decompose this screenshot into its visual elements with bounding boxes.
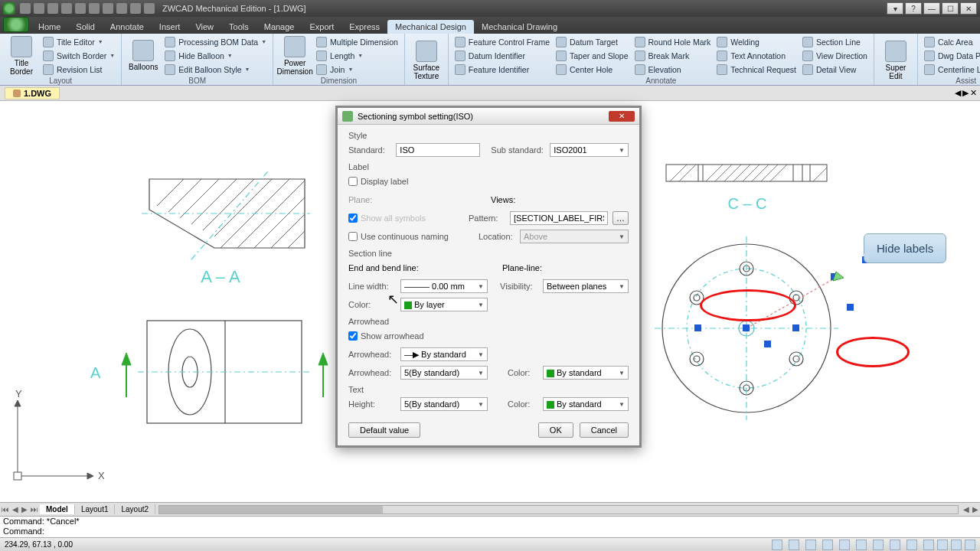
tab-view[interactable]: View — [188, 20, 221, 34]
command-line[interactable]: Command: *Cancel* Command: Command: — [0, 516, 980, 537]
ribbon-item[interactable]: Taper and Slope — [554, 49, 629, 62]
layout-nav-prev-icon[interactable]: ◀ — [11, 505, 20, 514]
scroll-right-icon[interactable]: ▶ — [971, 505, 980, 514]
ribbon-item[interactable]: Multiple Dimension — [315, 35, 400, 48]
location-select[interactable]: Above▼ — [520, 230, 629, 243]
ribbon-big-button[interactable]: Title Border — [5, 35, 38, 76]
tab-nav-left-icon[interactable]: ◀ — [955, 88, 961, 98]
status-toggle-icon[interactable] — [839, 540, 850, 550]
text-height-select[interactable]: 5(By standard)▼ — [400, 397, 488, 411]
arrowhead-type-select[interactable]: —▶ By standard▼ — [400, 347, 488, 361]
continuous-naming-checkbox[interactable]: Use continuous naming — [348, 232, 449, 241]
ribbon-item[interactable]: Calc Area — [923, 35, 980, 48]
ribbon-item[interactable]: Switch Border▼ — [41, 49, 116, 62]
status-toggle-icon[interactable] — [789, 540, 799, 550]
maximize-button[interactable]: ☐ — [942, 2, 959, 15]
dialog-close-button[interactable]: ✕ — [609, 111, 635, 122]
ribbon-item[interactable]: Feature Identifier — [453, 63, 551, 76]
ribbon-item[interactable]: Round Hole Mark — [633, 35, 713, 48]
show-arrowhead-checkbox[interactable]: Show arrowhead — [348, 331, 424, 341]
ribbon-item[interactable]: Join▼ — [315, 63, 400, 76]
arrowhead-color-select[interactable]: By standard▼ — [543, 366, 629, 380]
ribbon-item[interactable]: Datum Target — [554, 35, 629, 48]
ribbon-item[interactable]: Center Hole — [554, 63, 629, 76]
default-value-button[interactable]: Default value — [348, 422, 420, 438]
status-right-icon[interactable] — [937, 540, 948, 550]
ribbon-item[interactable]: Length▼ — [315, 49, 400, 62]
ribbon-item[interactable]: Title Editor▼ — [41, 35, 116, 48]
help-icon[interactable]: ? — [905, 2, 922, 15]
tab-solid[interactable]: Solid — [68, 20, 102, 34]
ribbon-item[interactable]: Centerline Layer▼ — [923, 63, 980, 76]
tab-manage[interactable]: Manage — [256, 20, 302, 34]
qat-icon[interactable] — [20, 3, 31, 14]
minimize-button[interactable]: — — [923, 2, 940, 15]
layout-tab-layout2[interactable]: Layout2 — [115, 504, 155, 514]
ribbon-item[interactable]: Welding — [715, 35, 798, 48]
ribbon-item[interactable]: Datum Identifier — [453, 49, 551, 62]
status-toggle-icon[interactable] — [890, 540, 900, 550]
tab-export[interactable]: Export — [302, 20, 341, 34]
tab-nav-right-icon[interactable]: ▶ — [962, 88, 969, 98]
show-all-symbols-checkbox[interactable]: Show all symbols — [348, 214, 426, 223]
layout-nav-first-icon[interactable]: ⏮ — [0, 505, 11, 514]
tab-mechanical-drawing[interactable]: Mechanical Drawing — [474, 20, 565, 34]
layout-nav-next-icon[interactable]: ▶ — [20, 505, 29, 514]
ribbon-big-button[interactable]: Super Edit — [879, 35, 913, 85]
tab-close-icon[interactable]: ✕ — [970, 88, 977, 98]
ribbon-item[interactable]: Feature Control Frame — [453, 35, 551, 48]
app-menu-button[interactable] — [3, 17, 29, 32]
pattern-input[interactable] — [510, 211, 608, 225]
visibility-select[interactable]: Between planes▼ — [543, 279, 629, 293]
tab-mechanical-design[interactable]: Mechanical Design — [387, 20, 474, 34]
tab-express[interactable]: Express — [341, 20, 387, 34]
status-right-icon[interactable] — [965, 540, 975, 550]
ribbon-item[interactable]: View Direction — [801, 49, 869, 62]
tab-annotate[interactable]: Annotate — [103, 20, 152, 34]
layout-tab-layout1[interactable]: Layout1 — [75, 504, 116, 514]
tab-tools[interactable]: Tools — [221, 20, 256, 34]
qat-icon[interactable] — [130, 3, 141, 14]
qat-icon[interactable] — [34, 3, 44, 14]
tab-home[interactable]: Home — [31, 20, 68, 34]
arrowhead-size-select[interactable]: 5(By standard)▼ — [400, 366, 488, 380]
ribbon-item[interactable]: Text Annotation — [715, 49, 798, 62]
status-toggle-icon[interactable] — [822, 540, 833, 550]
qat-icon[interactable] — [144, 3, 155, 14]
ribbon-item[interactable]: Elevation — [633, 63, 713, 76]
horizontal-scrollbar[interactable] — [158, 505, 959, 514]
ribbon-item[interactable]: Break Mark — [633, 49, 713, 62]
scroll-left-icon[interactable]: ◀ — [962, 505, 971, 514]
qat-icon[interactable] — [116, 3, 127, 14]
ribbon-item[interactable]: Section Line — [801, 35, 869, 48]
qat-icon[interactable] — [103, 3, 113, 14]
status-toggle-icon[interactable] — [906, 540, 917, 550]
ribbon-item[interactable]: Detail View — [801, 63, 869, 76]
display-label-checkbox[interactable]: Display label — [348, 177, 408, 186]
layout-nav-last-icon[interactable]: ⏭ — [29, 505, 40, 514]
ribbon-big-button[interactable]: Balloons — [126, 35, 160, 76]
status-toggle-icon[interactable] — [873, 540, 884, 550]
color-select[interactable]: By layer▼ — [400, 298, 488, 311]
status-right-icon[interactable] — [951, 540, 962, 550]
tab-insert[interactable]: Insert — [152, 20, 188, 34]
ribbon-big-button[interactable]: Surface Texture — [410, 35, 443, 85]
ribbon-item[interactable]: Edit Balloon Style▼ — [163, 63, 268, 76]
linewidth-select[interactable]: ——— 0.00 mm▼ — [400, 279, 488, 293]
text-color-select[interactable]: By standard▼ — [543, 397, 629, 411]
document-tab[interactable]: 1.DWG — [5, 87, 60, 99]
ok-button[interactable]: OK — [538, 422, 573, 438]
substandard-select[interactable]: ISO2001▼ — [550, 143, 629, 157]
ribbon-item[interactable]: Hide Balloon▼ — [163, 49, 268, 62]
qat-icon[interactable] — [61, 3, 72, 14]
ribbon-min-icon[interactable]: ▾ — [887, 2, 903, 15]
ribbon-item[interactable]: Dwg Data Pickup▼ — [923, 49, 980, 62]
ribbon-item[interactable]: Technical Request — [715, 63, 798, 76]
status-toggle-icon[interactable] — [805, 540, 816, 550]
standard-input[interactable] — [396, 143, 480, 157]
ribbon-item[interactable]: Revision List — [41, 63, 116, 76]
status-right-icon[interactable] — [923, 540, 934, 550]
qat-icon[interactable] — [47, 3, 58, 14]
cancel-button[interactable]: Cancel — [580, 422, 629, 438]
ribbon-big-button[interactable]: Power Dimension — [278, 35, 312, 76]
